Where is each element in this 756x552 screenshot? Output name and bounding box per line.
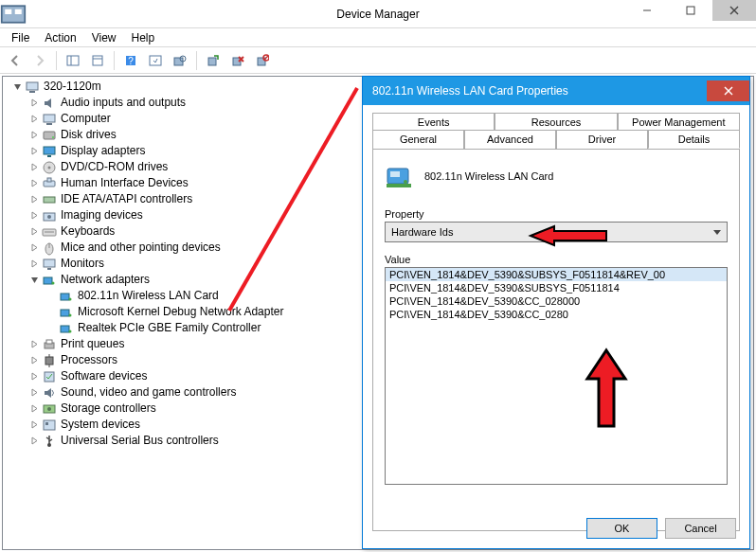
tab-details[interactable]: Details <box>648 130 740 149</box>
svg-rect-69 <box>387 184 411 187</box>
svg-rect-24 <box>29 91 35 93</box>
svg-point-47 <box>69 297 72 300</box>
value-row[interactable]: PCI\VEN_1814&DEV_5390&SUBSYS_F0511814 <box>386 281 727 294</box>
menu-action[interactable]: Action <box>39 29 81 46</box>
property-combo[interactable]: Hardware Ids <box>385 222 728 242</box>
device-name: 802.11n Wireless LAN Card <box>424 170 553 182</box>
svg-rect-2 <box>15 9 22 13</box>
svg-rect-26 <box>46 123 52 125</box>
action-toolbar-button[interactable] <box>144 49 167 72</box>
show-hide-console-tree-button[interactable] <box>62 49 84 72</box>
svg-point-51 <box>69 329 72 332</box>
properties-toolbar-button[interactable] <box>86 49 109 72</box>
help-toolbar-button[interactable]: ? <box>119 49 142 72</box>
close-button[interactable] <box>712 0 756 21</box>
svg-rect-4 <box>687 7 694 14</box>
value-label: Value <box>385 254 728 265</box>
property-label: Property <box>385 208 728 220</box>
cancel-button[interactable]: Cancel <box>665 518 736 539</box>
menubar: File Action View Help <box>0 28 756 47</box>
tab-events[interactable]: Events <box>372 113 495 131</box>
svg-rect-44 <box>44 277 52 284</box>
svg-point-45 <box>52 281 55 284</box>
svg-rect-60 <box>44 420 55 430</box>
svg-rect-61 <box>45 422 48 425</box>
svg-point-59 <box>47 407 51 411</box>
svg-rect-43 <box>47 268 51 270</box>
scan-hardware-button[interactable] <box>169 49 191 72</box>
svg-rect-42 <box>44 259 55 267</box>
tab-power-management[interactable]: Power Management <box>618 113 740 131</box>
properties-dialog: 802.11n Wireless LAN Card Properties Eve… <box>362 76 750 549</box>
svg-rect-30 <box>47 155 51 157</box>
svg-point-32 <box>48 166 51 169</box>
value-listbox[interactable]: PCI\VEN_1814&DEV_5390&SUBSYS_F0511814&RE… <box>385 267 728 485</box>
tab-strip: Events Resources Power Management Genera… <box>372 113 740 149</box>
uninstall-button[interactable] <box>226 49 249 72</box>
back-button[interactable] <box>4 49 27 72</box>
tab-advanced[interactable]: Advanced <box>464 130 556 149</box>
svg-rect-48 <box>61 310 69 316</box>
svg-rect-16 <box>208 58 216 65</box>
ok-button[interactable]: OK <box>586 518 657 539</box>
dialog-title: 802.11n Wireless LAN Card Properties <box>372 84 568 98</box>
value-row[interactable]: PCI\VEN_1814&DEV_5390&CC_0280 <box>386 308 727 321</box>
svg-rect-67 <box>390 171 400 177</box>
tab-resources[interactable]: Resources <box>495 113 617 131</box>
svg-rect-46 <box>61 294 69 300</box>
property-combo-value: Hardware Ids <box>391 226 453 238</box>
dialog-titlebar: 802.11n Wireless LAN Card Properties <box>363 77 749 105</box>
svg-rect-53 <box>46 340 52 344</box>
value-row[interactable]: PCI\VEN_1814&DEV_5390&SUBSYS_F0511814&RE… <box>386 268 727 281</box>
menu-view[interactable]: View <box>86 29 122 46</box>
svg-point-28 <box>52 136 54 138</box>
menu-help[interactable]: Help <box>126 29 161 46</box>
svg-rect-29 <box>44 147 55 154</box>
minimize-button[interactable] <box>625 0 669 21</box>
window-buttons <box>625 0 756 21</box>
update-driver-button[interactable] <box>202 49 225 72</box>
svg-rect-35 <box>44 197 55 203</box>
svg-rect-9 <box>93 56 102 65</box>
network-card-icon <box>385 161 415 191</box>
svg-rect-50 <box>61 326 69 332</box>
svg-rect-25 <box>44 115 55 122</box>
svg-point-68 <box>404 180 407 184</box>
app-icon <box>0 0 27 28</box>
svg-point-49 <box>69 313 72 316</box>
svg-rect-1 <box>5 9 11 13</box>
svg-point-37 <box>47 215 51 219</box>
svg-rect-23 <box>27 82 38 90</box>
tab-general[interactable]: General <box>372 130 464 149</box>
svg-rect-54 <box>45 357 53 365</box>
toolbar: ? <box>0 47 756 74</box>
tab-driver[interactable]: Driver <box>556 130 648 149</box>
svg-rect-7 <box>67 56 79 65</box>
svg-text:?: ? <box>128 56 134 66</box>
titlebar: Device Manager <box>0 0 756 28</box>
tab-panel-details: 802.11n Wireless LAN Card Property Hardw… <box>372 149 740 531</box>
svg-rect-34 <box>47 178 51 182</box>
dialog-close-button[interactable] <box>707 80 749 101</box>
svg-rect-13 <box>150 56 161 65</box>
forward-button[interactable] <box>28 49 51 72</box>
menu-file[interactable]: File <box>6 29 35 46</box>
maximize-button[interactable] <box>669 0 712 21</box>
disable-button[interactable] <box>251 49 274 72</box>
value-row[interactable]: PCI\VEN_1814&DEV_5390&CC_028000 <box>386 294 727 308</box>
